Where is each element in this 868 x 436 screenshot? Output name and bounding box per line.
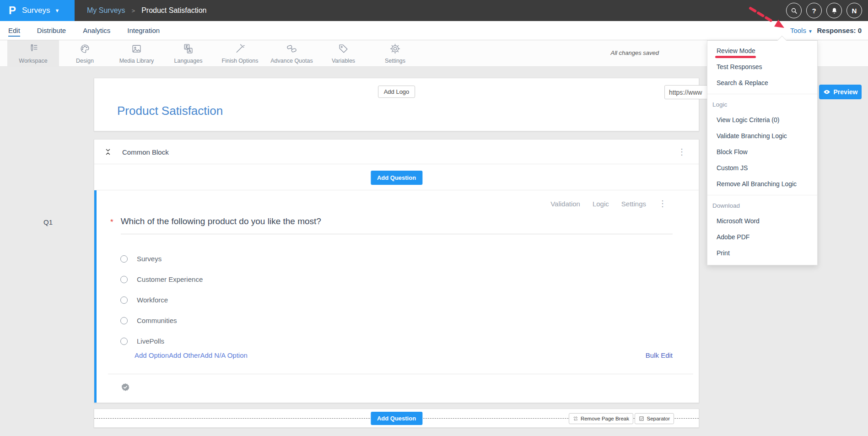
annotation-underline xyxy=(715,56,756,58)
tools-menu-review-mode[interactable]: Review Mode xyxy=(707,43,817,59)
breadcrumb: My Surveys > Product Satisfaction xyxy=(87,0,206,21)
toolbar-item-variables[interactable]: Variables xyxy=(318,40,369,67)
add-question-button-top[interactable]: Add Question xyxy=(371,171,422,185)
eye-icon xyxy=(823,88,830,96)
page-break-strip: Add Question Remove Page Break Separator xyxy=(94,409,699,428)
toolbar-items: Workspace Design Media Library Languages… xyxy=(7,40,421,67)
tools-menu-validate-branching-logic[interactable]: Validate Branching Logic xyxy=(707,128,817,144)
radio-icon[interactable] xyxy=(120,338,128,345)
radio-icon[interactable] xyxy=(120,276,128,283)
tools-menu-button[interactable]: Tools ▼ xyxy=(790,27,813,34)
option-row-surveys[interactable]: Surveys xyxy=(120,248,203,269)
tab-analytics[interactable]: Analytics xyxy=(83,25,110,37)
finish-options-icon xyxy=(234,43,246,56)
tools-menu-adobe-pdf[interactable]: Adobe PDF xyxy=(707,229,817,245)
topbar-icon-group: ? N xyxy=(786,0,862,21)
question-number: Q1 xyxy=(43,218,53,226)
avatar[interactable]: N xyxy=(846,3,862,18)
tab-integration[interactable]: Integration xyxy=(127,25,160,37)
advance-quotas-icon xyxy=(286,43,297,56)
nav-tab-bar: Edit Distribute Analytics Integration To… xyxy=(0,21,868,40)
app-switcher[interactable]: P Surveys ▼ xyxy=(0,0,75,21)
tab-edit[interactable]: Edit xyxy=(8,25,20,37)
tools-menu-download[interactable]: Download xyxy=(707,195,817,213)
radio-icon[interactable] xyxy=(120,296,128,304)
question-text[interactable]: Which of the following product do you li… xyxy=(121,216,673,234)
preview-button[interactable]: Preview xyxy=(819,85,862,99)
link-add-option: Add Option| xyxy=(135,351,169,359)
search-icon[interactable] xyxy=(786,3,802,18)
breadcrumb-separator-icon: > xyxy=(132,7,135,14)
notifications-icon[interactable] xyxy=(826,3,842,18)
tools-menu-microsoft-word[interactable]: Microsoft Word xyxy=(707,213,817,229)
tools-menu-test-responses[interactable]: Test Responses xyxy=(707,59,817,75)
tools-menu-print[interactable]: Print xyxy=(707,245,817,261)
remove-page-break-button[interactable]: Remove Page Break xyxy=(569,413,633,424)
settings-link[interactable]: Settings xyxy=(621,200,646,208)
workspace-icon xyxy=(27,43,39,56)
app-name: Surveys xyxy=(22,6,50,15)
tools-menu-logic[interactable]: Logic xyxy=(707,94,817,112)
toolbar-item-languages[interactable]: Languages xyxy=(162,40,214,67)
toolbar-item-design[interactable]: Design xyxy=(59,40,111,67)
survey-editor-page: { "header": { "logo_glyph": "P", "app_na… xyxy=(0,0,868,436)
tools-menu-custom-js[interactable]: Custom JS xyxy=(707,160,817,176)
broken-link-icon xyxy=(573,416,578,421)
save-status: All changes saved xyxy=(610,49,659,56)
link-add-n-a-option: Add N/A Option| xyxy=(200,351,247,359)
common-block-card: Common Block ⋮ Add Question Validation L… xyxy=(94,139,699,403)
question-menu-icon[interactable]: ⋮ xyxy=(658,199,667,208)
design-icon xyxy=(79,43,91,56)
block-title: Common Block xyxy=(122,148,169,156)
bulk-edit-link[interactable]: Bulk Edit xyxy=(646,351,673,359)
add-option-links: Add Option| Add Other| Add N/A Option| xyxy=(135,351,248,359)
toolbar-item-workspace[interactable]: Workspace xyxy=(7,40,59,67)
add-question-row: Add Question xyxy=(94,164,699,190)
required-marker: * xyxy=(110,218,113,227)
tools-menu-search-replace[interactable]: Search & Replace xyxy=(707,75,817,91)
toolbar-item-settings[interactable]: Settings xyxy=(369,40,421,67)
toolbar-item-media-library[interactable]: Media Library xyxy=(111,40,162,67)
link-add-other: Add Other| xyxy=(169,351,200,359)
chevron-down-icon: ▼ xyxy=(54,8,59,13)
responses-count-link[interactable]: Responses: 0 xyxy=(817,27,862,34)
tools-menu-block-flow[interactable]: Block Flow xyxy=(707,144,817,160)
radio-icon[interactable] xyxy=(120,255,128,263)
question-card: Validation Logic Settings ⋮ * Which of t… xyxy=(94,190,699,403)
add-question-button-bottom[interactable]: Add Question xyxy=(371,412,422,425)
radio-icon[interactable] xyxy=(120,317,128,324)
settings-icon xyxy=(389,43,401,56)
toolbar-item-finish-options[interactable]: Finish Options xyxy=(214,40,266,67)
tools-menu-remove-all-branching-logic[interactable]: Remove All Branching Logic xyxy=(707,176,817,192)
breadcrumb-my-surveys[interactable]: My Surveys xyxy=(87,6,125,15)
option-row-customer-experience[interactable]: Customer Experience xyxy=(120,269,203,290)
logic-link[interactable]: Logic xyxy=(593,200,609,208)
option-row-workforce[interactable]: Workforce xyxy=(120,290,203,310)
validation-link[interactable]: Validation xyxy=(550,200,580,208)
answer-options: Surveys Customer Experience Workforce Co… xyxy=(120,248,203,351)
question-text-row: * Which of the following product do you … xyxy=(110,216,673,234)
toolbar-item-advance-quotas[interactable]: Advance Quotas xyxy=(266,40,318,67)
badge-check-icon xyxy=(120,382,130,393)
questionpro-logo-icon: P xyxy=(9,4,16,17)
tab-distribute[interactable]: Distribute xyxy=(37,25,66,37)
question-actions: Validation Logic Settings ⋮ xyxy=(550,199,667,208)
help-icon[interactable]: ? xyxy=(806,3,822,18)
media-library-icon xyxy=(131,43,142,56)
separator-toggle-button[interactable]: Separator xyxy=(635,413,674,424)
add-logo-button[interactable]: Add Logo xyxy=(378,86,415,98)
collapse-block-icon[interactable] xyxy=(104,148,112,157)
block-header: Common Block ⋮ xyxy=(94,140,699,164)
chevron-down-icon: ▼ xyxy=(808,29,813,34)
breadcrumb-current-survey: Product Satisfaction xyxy=(141,6,206,15)
checkbox-checked-icon xyxy=(639,416,644,421)
survey-title[interactable]: Product Satisfaction xyxy=(117,104,223,118)
languages-icon xyxy=(183,43,194,56)
nav-tabs: Edit Distribute Analytics Integration xyxy=(8,21,160,40)
question-footer-divider xyxy=(108,374,693,374)
tools-menu-view-logic-criteria-0[interactable]: View Logic Criteria (0) xyxy=(707,112,817,128)
tools-dropdown-menu: Review Mode Test Responses Search & Repl… xyxy=(707,40,818,265)
option-row-communities[interactable]: Communities xyxy=(120,310,203,331)
block-menu-icon[interactable]: ⋮ xyxy=(678,148,686,156)
option-row-livepolls[interactable]: LivePolls xyxy=(120,331,203,351)
